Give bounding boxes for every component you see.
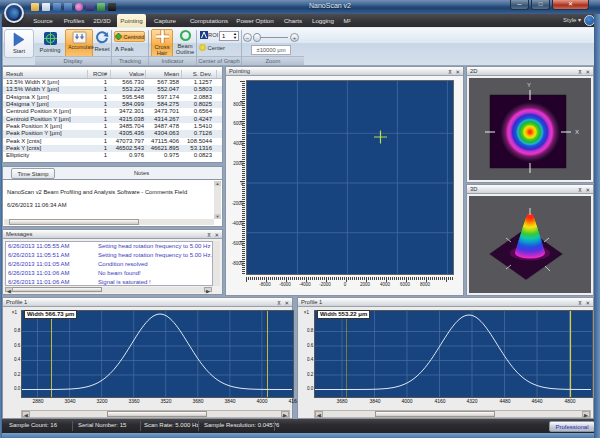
svg-text:Y: Y <box>527 82 531 88</box>
svg-text:X: X <box>575 129 579 135</box>
